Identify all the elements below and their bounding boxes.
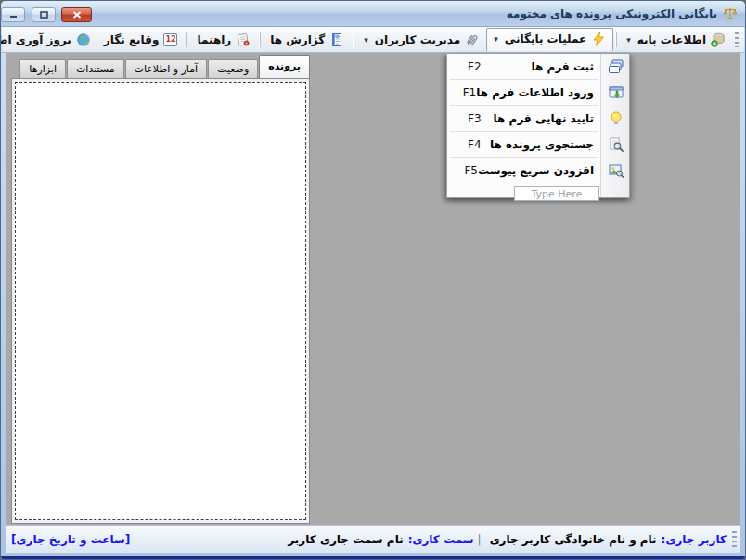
menu-item-label: وقایع نگار	[104, 33, 160, 46]
tab-label: آمار و اطلاعات	[135, 63, 199, 75]
menubar-separator	[260, 32, 261, 47]
menu-item-user-management[interactable]: مدیریت کاربران ▾	[357, 30, 486, 50]
menubar-separator	[354, 32, 354, 47]
status-bar: کاربر جاری: نام و نام خانوادگی کاربر جار…	[6, 525, 740, 553]
close-button[interactable]	[61, 7, 92, 22]
lightning-icon	[591, 32, 606, 46]
dropdown-item-shortcut: F2	[468, 60, 505, 73]
tab-page-file	[11, 78, 310, 524]
menu-item-event-log[interactable]: 12 وقایع نگار	[97, 31, 185, 49]
tab-tools[interactable]: ابزارها	[19, 59, 66, 78]
minimize-icon	[9, 11, 18, 19]
menu-item-help[interactable]: راهنما	[190, 30, 257, 50]
dropdown-item-shortcut: F4	[468, 138, 490, 151]
statusbar-separator: |	[478, 533, 482, 546]
forms-stack-icon	[608, 58, 624, 75]
minimize-button[interactable]	[1, 7, 25, 22]
dropdown-item-label: افزودن سریع پیوست	[478, 164, 594, 177]
current-user-value: نام و نام خانوادگی کاربر جاری	[490, 533, 657, 546]
tab-label: پرونده	[268, 60, 301, 72]
tab-label: ابزارها	[29, 63, 57, 75]
side-tab-panel: پرونده وضعیت آمار و اطلاعات مستندات ابزا…	[11, 54, 310, 524]
maximize-button[interactable]	[32, 7, 56, 22]
app-window: بایگانی الکترونیکی پرونده های مختومه	[0, 0, 746, 560]
title-bar: بایگانی الکترونیکی پرونده های مختومه	[1, 1, 745, 27]
dropdown-item-label: ثبت فرم ها	[505, 60, 594, 73]
tab-label: وضعیت	[217, 63, 249, 75]
dropdown-item-shortcut: F5	[464, 164, 478, 177]
menu-item-update-info[interactable]: بروز آوری اطلاعات	[0, 30, 97, 50]
menu-item-basic-info[interactable]: اطلاعات پایه ▾	[620, 30, 732, 50]
dropdown-item-label: ورود اطلاعات فرم ها	[476, 86, 594, 99]
type-here-input[interactable]	[514, 186, 599, 201]
mdi-workspace: پرونده وضعیت آمار و اطلاعات مستندات ابزا…	[6, 53, 740, 525]
lightbulb-icon	[608, 110, 624, 127]
tab-file[interactable]: پرونده	[259, 55, 310, 78]
menu-item-quick-add-attachment[interactable]: افزودن سریع پیوست F5	[447, 158, 629, 183]
tab-documents[interactable]: مستندات	[67, 59, 124, 78]
paperclip-icon	[465, 32, 480, 47]
menu-item-register-forms[interactable]: ثبت فرم ها F2	[447, 54, 629, 79]
menu-item-label: گزارش ها	[270, 33, 325, 46]
menu-item-label: بروز آوری اطلاعات	[0, 33, 71, 46]
scales-icon	[723, 6, 738, 21]
window-title: بایگانی الکترونیکی پرونده های مختومه	[507, 7, 717, 20]
chevron-down-icon: ▾	[494, 34, 498, 44]
menu-item-label: اطلاعات پایه	[637, 33, 706, 46]
archive-operations-dropdown: ثبت فرم ها F2 ورود اطلاعات فرم ها F1 تای…	[446, 53, 630, 198]
current-role-label: سمت کاری:	[408, 533, 474, 546]
menu-item-label: راهنما	[197, 33, 231, 46]
globe-icon	[76, 32, 91, 47]
current-role-value: نام سمت جاری کاربر	[288, 533, 403, 546]
dropdown-item-label: جستجوی پرونده ها	[490, 138, 594, 151]
report-icon	[329, 32, 344, 47]
menu-bar: اطلاعات پایه ▾ عملیات بایگانی ▾ مدیریت ک…	[2, 27, 744, 53]
menu-item-enter-form-data[interactable]: ورود اطلاعات فرم ها F1	[447, 80, 629, 105]
form-input-icon	[608, 84, 624, 101]
calendar-icon: 12	[163, 33, 177, 46]
menu-item-label: مدیریت کاربران	[375, 33, 460, 46]
current-user-label: کاربر جاری:	[662, 533, 727, 546]
close-icon	[72, 11, 82, 19]
dropdown-item-shortcut: F3	[468, 112, 494, 125]
menu-item-search-files[interactable]: جستجوی پرونده ها F4	[447, 132, 629, 157]
tab-strip: پرونده وضعیت آمار و اطلاعات مستندات ابزا…	[11, 54, 310, 78]
menubar-grip[interactable]	[735, 32, 739, 47]
attachment-preview-icon	[608, 162, 624, 179]
file-list-area[interactable]	[15, 82, 306, 520]
tab-status[interactable]: وضعیت	[208, 59, 258, 78]
tab-stats-info[interactable]: آمار و اطلاعات	[125, 59, 208, 78]
datetime-text: [ساعت و تاریخ جاری]	[11, 533, 130, 546]
chevron-down-icon: ▾	[626, 35, 631, 45]
menubar-separator	[616, 32, 617, 47]
maximize-icon	[40, 11, 48, 19]
menu-item-final-approval[interactable]: تایید نهایی فرم ها F3	[447, 106, 629, 131]
dropdown-item-shortcut: F1	[463, 86, 477, 99]
search-icon	[608, 136, 624, 153]
database-add-icon	[711, 32, 726, 47]
menu-item-archive-operations[interactable]: عملیات بایگانی ▾	[486, 28, 613, 51]
menu-item-reports[interactable]: گزارش ها	[264, 30, 351, 50]
dropdown-item-label: تایید نهایی فرم ها	[494, 112, 594, 125]
chevron-down-icon: ▾	[364, 35, 368, 45]
statusbar-grip[interactable]	[732, 531, 737, 548]
menu-item-label: عملیات بایگانی	[505, 32, 586, 45]
tab-label: مستندات	[76, 63, 115, 75]
menubar-separator	[186, 32, 187, 47]
help-icon	[236, 32, 251, 47]
